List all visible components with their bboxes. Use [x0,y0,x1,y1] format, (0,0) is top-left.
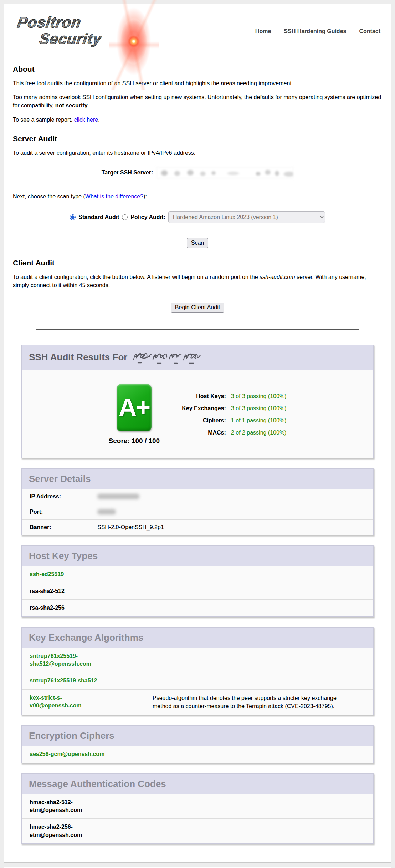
host-key-types-panel: Host Key Types ssh-ed25519 rsa-sha2-512 … [21,545,374,617]
host-key-row: rsa-sha2-512 [22,583,373,600]
host-key-types-header: Host Key Types [22,546,373,566]
grade-column: A+ Score: 100 / 100 [109,384,160,445]
policy-audit-label: Policy Audit: [130,214,165,220]
client-audit-paragraph: To audit a client configuration, click t… [13,273,382,289]
kex-note-terrapin: Pseudo-algorithm that denotes the peer s… [153,694,347,710]
macs-header: Message Authentication Codes [22,774,373,794]
logo-word-security: Security [39,30,103,47]
key-exchange-header: Key Exchange Algorithms [22,628,373,648]
target-server-row: Target SSH Server: [13,167,382,179]
scan-type-difference-link[interactable]: What is the difference? [85,193,143,199]
score-text: Score: 100 / 100 [109,437,160,445]
results-body: A+ Score: 100 / 100 Host Keys: 3 of 3 pa… [22,370,373,458]
kex-row: kex-strict-s-v00@openssh.com Pseudo-algo… [22,690,373,715]
target-server-label: Target SSH Server: [102,169,153,176]
host-key-row: rsa-sha2-256 [22,600,373,616]
stat-row-host-keys: Host Keys: 3 of 3 passing (100%) [182,390,286,402]
kex-row: sntrup761x25519-sha512 [22,672,373,689]
not-security-emphasis: not security [55,102,88,108]
detail-row-ip: IP Address: [22,489,373,504]
key-exchange-panel: Key Exchange Algorithms sntrup761x25519-… [21,627,374,716]
mac-row: hmac-sha2-512-etm@openssh.com [22,794,373,819]
results-stats: Host Keys: 3 of 3 passing (100%) Key Exc… [182,390,286,439]
policy-select[interactable]: Hardened Amazon Linux 2023 (version 1) [168,211,325,223]
grade-badge: A+ [117,384,152,431]
server-audit-heading: Server Audit [13,134,382,143]
about-paragraph-2: Too many admins overlook SSH configurati… [13,93,382,110]
stat-row-macs: MACs: 2 of 2 passing (100%) [182,427,286,439]
about-paragraph-1: This free tool audits the configuration … [13,79,382,87]
about-heading: About [13,65,382,73]
standard-audit-radio[interactable] [70,214,76,220]
stat-row-key-exchanges: Key Exchanges: 3 of 3 passing (100%) [182,402,286,415]
encryption-ciphers-header: Encryption Ciphers [22,726,373,746]
host-key-row: ssh-ed25519 [22,566,373,583]
scan-button[interactable]: Scan [187,238,208,248]
target-server-input[interactable] [156,167,293,179]
positron-security-logo[interactable]: Positron Security [12,10,165,54]
scan-type-paragraph: Next, choose the scan type (What is the … [13,192,382,200]
policy-audit-radio[interactable] [122,214,128,220]
encryption-ciphers-panel: Encryption Ciphers aes256-gcm@openssh.co… [21,725,374,763]
nav-link-ssh-hardening-guides[interactable]: SSH Hardening Guides [284,28,346,52]
main-content-box: Positron Security Home SSH Hardening Gui… [4,4,391,863]
nav-link-home[interactable]: Home [255,28,271,52]
server-details-panel: Server Details IP Address: Port: Banner:… [21,468,374,535]
macs-panel: Message Authentication Codes hmac-sha2-5… [21,773,374,844]
logo-word-positron: Positron [16,14,82,31]
mac-row: hmac-sha2-256-etm@openssh.com [22,819,373,843]
sample-report-paragraph: To see a sample report, click here. [13,116,382,124]
redacted-port-value [97,509,116,514]
server-audit-intro: To audit a server configuration, enter i… [13,149,382,157]
scan-button-row: Scan [13,238,382,248]
header-divider [9,54,386,54]
results-panel-header: SSH Audit Results For [22,345,373,370]
detail-row-port: Port: [22,504,373,520]
ssh-audit-domain-emphasis: ssh-audit.com [260,274,295,280]
top-nav: Home SSH Hardening Guides Contact [255,10,380,52]
client-audit-heading: Client Audit [13,259,382,267]
cipher-row: aes256-gcm@openssh.com [22,746,373,762]
scan-type-row: Standard Audit Policy Audit: Hardened Am… [13,211,382,223]
results-divider [36,329,359,330]
detail-row-banner: Banner: SSH-2.0-OpenSSH_9.2p1 [22,520,373,535]
nav-link-contact[interactable]: Contact [359,28,380,52]
redacted-hostname-scribble [132,351,202,365]
redacted-ip-value [97,494,139,499]
stat-row-ciphers: Ciphers: 1 of 1 passing (100%) [182,415,286,427]
site-header: Positron Security Home SSH Hardening Gui… [4,4,391,54]
begin-client-audit-row: Begin Client Audit [13,303,382,313]
standard-audit-label: Standard Audit [78,214,119,220]
ssh-audit-results-panel: SSH Audit Results For [21,345,374,458]
sample-report-link[interactable]: click here [74,117,98,123]
banner-value: SSH-2.0-OpenSSH_9.2p1 [97,524,164,531]
begin-client-audit-button[interactable]: Begin Client Audit [171,303,224,313]
grade-letter: A+ [119,393,150,422]
server-details-header: Server Details [22,469,373,489]
kex-row: sntrup761x25519-sha512@openssh.com [22,648,373,673]
results-title: SSH Audit Results For [29,352,127,363]
